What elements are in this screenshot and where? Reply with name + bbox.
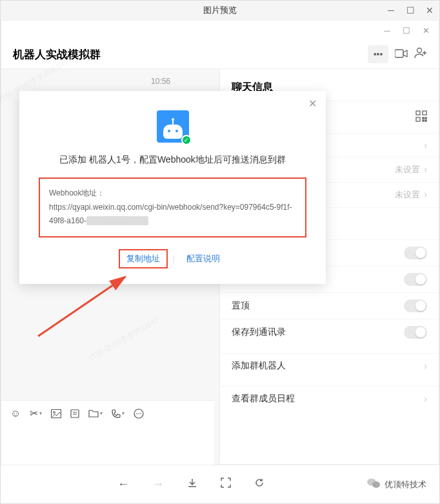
side-row-schedule[interactable]: 查看群成员日程› [220,386,439,411]
file-icon[interactable] [70,409,79,418]
svg-rect-6 [425,117,426,119]
webhook-box: Webhook地址： https://qyapi.weixin.qq.com/c… [39,177,306,237]
inner-maximize-button[interactable]: ☐ [397,21,416,40]
wechat-icon [366,478,381,492]
webhook-modal: ✕ ✓ 已添加 机器人1号，配置Webhook地址后可推送消息到群 Webhoo… [19,91,326,284]
webhook-label: Webhook地址： [49,186,296,201]
svg-point-16 [139,413,140,414]
side-row-top[interactable]: 置顶 [220,292,439,319]
toggle[interactable] [404,326,427,339]
bottom-bar: ← → 优顶特技术 [1,465,439,503]
webhook-url: https://qyapi.weixin.qq.com/cgi-bin/webh… [49,201,296,228]
svg-rect-3 [423,111,426,115]
svg-rect-11 [71,410,79,418]
svg-point-20 [372,481,380,488]
preview-titlebar: 图片预览 ─ ☐ ✕ [1,1,439,20]
svg-rect-2 [416,111,420,115]
more-icon[interactable] [134,408,144,419]
watermark: IT部-交付(李梦婷)0947 [88,315,161,363]
chat-title: 机器人实战模拟群 [13,47,101,62]
inner-minimize-button[interactable]: ─ [377,21,397,40]
folder-icon[interactable]: ▾ [88,409,103,418]
brand: 优顶特技术 [366,478,426,492]
side-row-addbot[interactable]: 添加群机器人› [220,353,439,378]
emoji-icon[interactable]: ☺ [10,408,21,419]
forward-icon[interactable]: → [152,478,164,491]
phone-icon[interactable]: ▾ [112,409,125,418]
maximize-button[interactable]: ☐ [401,1,420,20]
svg-point-10 [54,411,55,413]
download-icon[interactable] [187,478,197,491]
copy-url-button[interactable]: 复制地址 [119,249,168,268]
toggle[interactable] [404,247,427,259]
svg-point-1 [417,48,422,52]
robot-avatar: ✓ [157,110,189,143]
image-icon[interactable] [51,409,61,418]
back-icon[interactable]: ← [117,478,129,491]
close-button[interactable]: ✕ [420,1,439,20]
check-badge-icon: ✓ [181,135,192,145]
chat-header: 机器人实战模拟群 ••• [1,40,439,69]
input-area[interactable]: ☺ ✂▾ ▾ ▾ [1,400,214,465]
svg-rect-0 [395,50,403,57]
qr-icon [415,110,427,125]
chevron-right-icon: › [424,189,427,199]
minimize-button[interactable]: ─ [381,1,401,20]
video-icon[interactable] [395,48,408,61]
chevron-right-icon: › [424,394,427,404]
side-row-save[interactable]: 保存到通讯录 [220,319,439,345]
chevron-right-icon: › [424,140,427,150]
toggle[interactable] [404,299,427,312]
refresh-icon[interactable] [254,478,265,491]
fullscreen-icon[interactable] [221,478,231,491]
timestamp: 10:56 [1,69,219,94]
toggle[interactable] [404,273,427,286]
svg-point-17 [141,413,142,414]
preview-title: 图片预览 [203,5,237,16]
svg-point-15 [137,413,138,414]
more-icon[interactable]: ••• [368,45,388,63]
chevron-right-icon: › [424,164,427,174]
scissors-icon[interactable]: ✂▾ [30,407,42,419]
svg-rect-7 [423,120,424,121]
add-member-icon[interactable] [414,47,427,62]
config-help-link[interactable]: 配置说明 [180,250,226,267]
svg-rect-4 [416,117,420,121]
modal-message: 已添加 机器人1号，配置Webhook地址后可推送消息到群 [32,154,313,166]
svg-rect-8 [425,120,426,121]
chevron-right-icon: › [424,361,427,371]
close-icon[interactable]: ✕ [308,97,317,110]
svg-rect-5 [423,117,424,119]
inner-close-button[interactable]: ✕ [416,21,435,40]
